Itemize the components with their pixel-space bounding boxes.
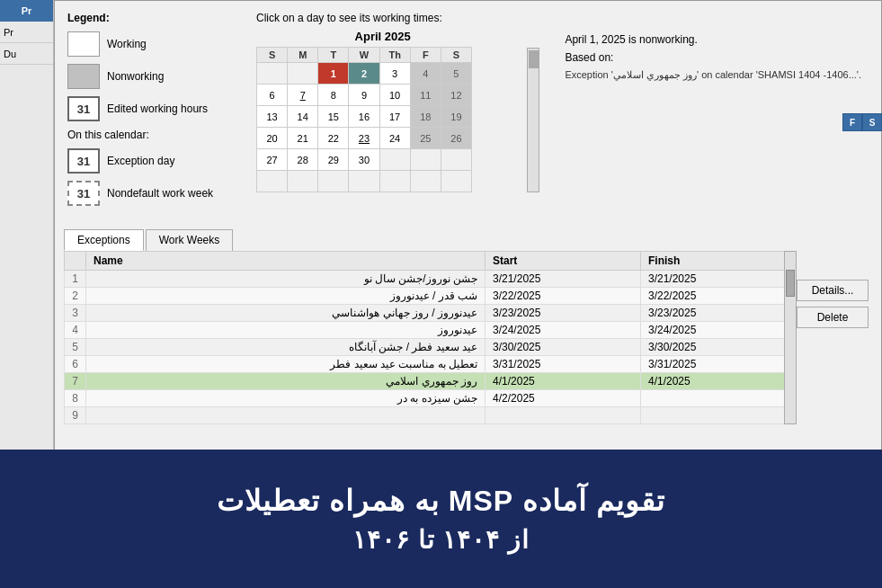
- cal-day-15[interactable]: 15: [318, 106, 349, 128]
- cal-day-24[interactable]: 24: [379, 128, 410, 149]
- calendar-scrollbar[interactable]: [527, 48, 539, 192]
- cal-day-28[interactable]: 28: [288, 149, 318, 171]
- legend-item-edited: 31 Edited working hours: [67, 96, 240, 121]
- row-num: 4: [65, 322, 86, 339]
- col-header-finish: Finish: [641, 252, 797, 271]
- legend-label-nonworking: Nonworking: [107, 70, 164, 83]
- calendar-scrollbar-thumb[interactable]: [529, 50, 539, 68]
- cal-day-3[interactable]: 3: [379, 63, 410, 85]
- col-header-name: Name: [86, 252, 486, 271]
- delete-button[interactable]: Delete: [797, 307, 869, 328]
- cal-day-empty[interactable]: [441, 149, 471, 171]
- cal-day-10[interactable]: 10: [379, 85, 410, 106]
- cal-day-27[interactable]: 27: [257, 149, 288, 171]
- cal-day-20[interactable]: 20: [257, 128, 288, 149]
- banner-line2: از ۱۴۰۴ تا ۱۴۰۶: [352, 525, 530, 555]
- row-finish: 3/21/2025: [641, 271, 797, 288]
- row-num: 9: [65, 407, 86, 424]
- banner-line1: تقویم آماده MSP به همراه تعطیلات: [217, 484, 665, 518]
- cal-day-empty[interactable]: [410, 171, 441, 192]
- cal-day-empty[interactable]: [288, 171, 318, 192]
- cal-day-12[interactable]: 12: [441, 85, 471, 106]
- row-name: روز جمهوري اسلامي: [86, 373, 486, 390]
- row-num: 6: [65, 356, 86, 373]
- cal-day-19[interactable]: 19: [441, 106, 471, 128]
- table-row[interactable]: 1جشن نوروز/جشن سال نو3/21/20253/21/2025: [65, 271, 797, 288]
- table-row[interactable]: 2شب قدر / عیدنوروز3/22/20253/22/2025: [65, 288, 797, 305]
- cal-day-21[interactable]: 21: [288, 128, 318, 149]
- row-start: 3/23/2025: [486, 305, 641, 322]
- row-num: 2: [65, 288, 86, 305]
- cal-header-m: M: [288, 48, 318, 63]
- cal-day-26[interactable]: 26: [441, 128, 471, 149]
- cal-day-8[interactable]: 8: [318, 85, 349, 106]
- exceptions-scrollbar[interactable]: [784, 251, 797, 424]
- table-row[interactable]: 6تعطیل به مناسبت عید سعید فطر3/31/20253/…: [65, 356, 797, 373]
- legend-item-working: Working: [67, 31, 240, 57]
- table-row[interactable]: 9: [65, 407, 797, 424]
- cal-day-empty[interactable]: [379, 171, 410, 192]
- top-section: Legend: Working Nonworking 31 Edited wor…: [55, 1, 881, 224]
- legend-item-exception: 31 Exception day: [67, 148, 240, 174]
- row-finish: [641, 407, 797, 424]
- table-row[interactable]: 4عیدنوروز3/24/20253/24/2025: [65, 322, 797, 339]
- table-row[interactable]: 3عیدنوروز / روز جهاني هواشناسي3/23/20253…: [65, 305, 797, 322]
- row-name: عیدنوروز: [86, 322, 486, 339]
- cal-day-25[interactable]: 25: [410, 128, 441, 149]
- row-start: 4/2/2025: [486, 390, 641, 407]
- cal-day-13[interactable]: 13: [257, 106, 288, 128]
- row-finish: [641, 390, 797, 407]
- cal-day-4[interactable]: 4: [410, 63, 441, 85]
- cal-day-30[interactable]: 30: [349, 149, 379, 171]
- table-row[interactable]: 8جشن سیزده به در4/2/2025: [65, 390, 797, 407]
- cal-header-f: F: [410, 48, 441, 63]
- cal-header-s2: S: [441, 48, 471, 63]
- left-sidebar-du: Du: [0, 43, 53, 65]
- cal-day-empty[interactable]: [318, 171, 349, 192]
- cal-day-9[interactable]: 9: [349, 85, 379, 106]
- cal-day-16[interactable]: 16: [349, 106, 379, 128]
- cal-day-6[interactable]: 6: [257, 85, 288, 106]
- tab-exceptions[interactable]: Exceptions: [64, 229, 144, 251]
- cal-day-17[interactable]: 17: [379, 106, 410, 128]
- cal-day-empty[interactable]: [410, 149, 441, 171]
- table-row[interactable]: 7روز جمهوري اسلامي4/1/20254/1/2025: [65, 373, 797, 390]
- row-num: 1: [65, 271, 86, 288]
- right-col-f: F: [842, 113, 862, 131]
- row-finish: 3/24/2025: [641, 322, 797, 339]
- cal-day-2[interactable]: 2: [349, 63, 379, 85]
- table-row[interactable]: 5عید سعید فطر / جشن آبانگاه3/30/20253/30…: [65, 339, 797, 356]
- cal-day-1[interactable]: 1: [318, 63, 349, 85]
- row-finish: 3/23/2025: [641, 305, 797, 322]
- cal-day-23[interactable]: 23: [349, 128, 379, 149]
- cal-day-empty[interactable]: [257, 171, 288, 192]
- cal-day-empty[interactable]: [441, 171, 471, 192]
- cal-header-s1: S: [257, 48, 288, 63]
- cal-day-empty[interactable]: [257, 63, 288, 85]
- row-name: جشن سیزده به در: [86, 390, 486, 407]
- details-button[interactable]: Details...: [797, 280, 869, 301]
- cal-day-empty[interactable]: [379, 149, 410, 171]
- legend-item-nondefault: 31 Nondefault work week: [67, 181, 240, 206]
- cal-day-29[interactable]: 29: [318, 149, 349, 171]
- cal-day-22[interactable]: 22: [318, 128, 349, 149]
- legend-box-nondefault: 31: [67, 181, 100, 206]
- legend-label-working: Working: [107, 38, 147, 50]
- info-panel: April 1, 2025 is nonworking. Based on: E…: [557, 30, 869, 192]
- cal-day-11[interactable]: 11: [410, 85, 441, 106]
- legend-title: Legend:: [67, 12, 240, 24]
- row-start: 3/30/2025: [486, 339, 641, 356]
- tab-workweeks[interactable]: Work Weeks: [146, 229, 234, 251]
- cal-day-14[interactable]: 14: [288, 106, 318, 128]
- cal-day-5[interactable]: 5: [441, 63, 471, 85]
- cal-day-empty[interactable]: [349, 171, 379, 192]
- cal-day-18[interactable]: 18: [410, 106, 441, 128]
- legend-box-working: [67, 31, 100, 57]
- legend-box-nonworking: [67, 64, 100, 89]
- exceptions-scrollbar-thumb[interactable]: [786, 270, 795, 297]
- cal-day-empty[interactable]: [288, 63, 318, 85]
- bottom-banner: تقویم آماده MSP به همراه تعطیلات از ۱۴۰۴…: [0, 450, 882, 588]
- tabs-section: Exceptions Work Weeks: [55, 224, 881, 251]
- cal-day-7[interactable]: 7: [288, 85, 318, 106]
- row-finish: 3/22/2025: [641, 288, 797, 305]
